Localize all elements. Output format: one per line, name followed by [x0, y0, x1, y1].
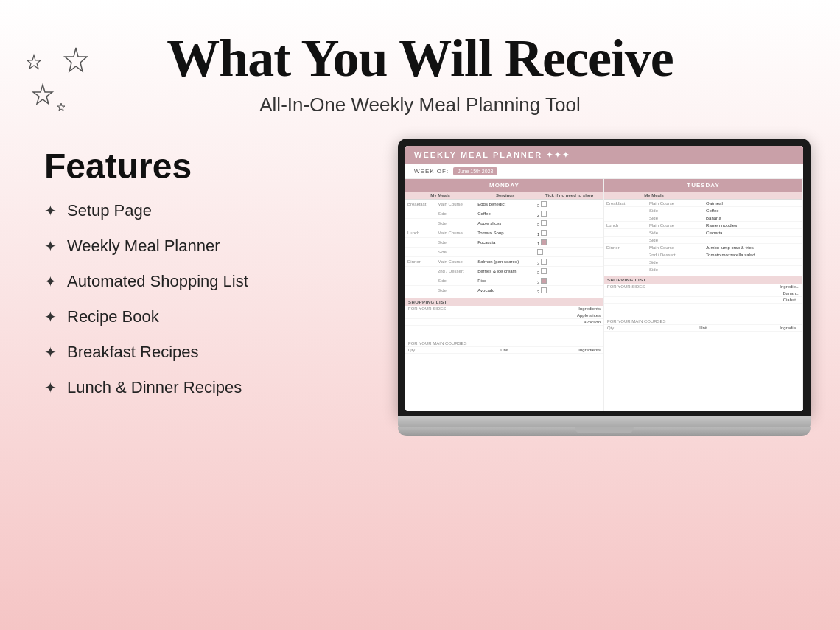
table-row: Side Ciabatta [604, 229, 802, 237]
feature-label-1: Setup Page [67, 201, 152, 220]
table-row: Breakfast Main Course Oatmeal [604, 200, 802, 207]
table-row: Side Coffee [604, 207, 802, 214]
monday-shopping-sides-label: SHOPPING LIST [408, 300, 447, 304]
feature-item-4: ✦ Recipe Book [44, 307, 398, 326]
tuesday-shopping-header: SHOPPING LIST [604, 276, 802, 284]
laptop-base [398, 416, 811, 427]
diamond-icon-5: ✦ [44, 343, 57, 361]
week-date-badge: June 15th 2023 [453, 167, 497, 175]
table-row: Lunch Main Course Ramen noodles [604, 222, 802, 229]
feature-item-1: ✦ Setup Page [44, 201, 398, 220]
monday-shopping-for-mains: FOR YOUR MAIN COURSES [405, 340, 603, 347]
diamond-icon-4: ✦ [44, 308, 57, 326]
tuesday-meals-table: My Meals Breakfast Main Course [604, 192, 802, 273]
monday-shopping-sides-header: SHOPPING LIST [405, 298, 603, 306]
tuesday-column: TUESDAY My Meals [604, 179, 803, 411]
table-row: Side [405, 248, 603, 257]
tuesday-shopping-for-sides: FOR YOUR SIDES Ingredie... [604, 284, 802, 290]
planner-content: WEEKLY MEAL PLANNER ✦✦✦ WEEK OF: June 15… [405, 146, 803, 411]
diamond-icon-3: ✦ [44, 273, 57, 290]
monday-shopping-item-2: Avocado [405, 319, 603, 326]
table-row: 2nd / Dessert Berries & ice cream 3 [405, 267, 603, 276]
feature-label-4: Recipe Book [67, 307, 159, 326]
table-row: Side Avocado 3 [405, 286, 603, 295]
feature-label-6: Lunch & Dinner Recipes [67, 378, 242, 397]
feature-item-3: ✦ Automated Shopping List [44, 272, 398, 291]
diamond-icon-6: ✦ [44, 379, 57, 396]
table-row: Dinner Main Course Salmon (pan seared) 3 [405, 257, 603, 267]
laptop-screen-outer: WEEKLY MEAL PLANNER ✦✦✦ WEEK OF: June 15… [398, 139, 811, 416]
tuesday-shopping-mains-header: Qty Unit Ingredie... [604, 325, 802, 332]
table-row: Side Rice 3 [405, 276, 603, 286]
tuesday-col-meals: My Meals [604, 192, 704, 200]
monday-col-meals: My Meals [405, 192, 475, 200]
feature-label-2: Weekly Meal Planner [67, 237, 220, 256]
subtitle: All-In-One Weekly Meal Planning Tool [44, 94, 796, 116]
table-row: Side Apple slices 3 [405, 219, 603, 228]
table-row: Side Banana [604, 214, 802, 222]
feature-label-3: Automated Shopping List [67, 272, 248, 291]
main-title: What You Will Receive [44, 29, 796, 88]
tuesday-col-name [704, 192, 802, 200]
monday-meals-table: My Meals Servings Tick if no need to sho… [405, 192, 603, 295]
tuesday-shopping-item-2: Ciabat... [604, 297, 802, 304]
feature-item-5: ✦ Breakfast Recipes [44, 343, 398, 362]
monday-shopping-mains-header: Qty Unit Ingredients [405, 347, 603, 354]
table-row: Side [604, 237, 802, 244]
stars-decoration [21, 41, 102, 139]
table-row: Breakfast Main Course Eggs benedict 3 [405, 200, 603, 209]
week-label: WEEK OF: [414, 168, 449, 175]
tuesday-shopping-item-1: Banan... [604, 290, 802, 297]
feature-item-2: ✦ Weekly Meal Planner [44, 237, 398, 256]
planner-header: WEEKLY MEAL PLANNER ✦✦✦ [405, 146, 803, 164]
laptop-container: WEEKLY MEAL PLANNER ✦✦✦ WEEK OF: June 15… [398, 139, 811, 436]
laptop-section: WEEKLY MEAL PLANNER ✦✦✦ WEEK OF: June 15… [398, 139, 811, 436]
table-row: Side [604, 266, 802, 273]
table-row: Side Coffee 2 [405, 209, 603, 219]
monday-column: MONDAY My Meals Servings Tick if no need… [405, 179, 604, 411]
content-area: Features ✦ Setup Page ✦ Weekly Meal Plan… [44, 139, 796, 436]
monday-header: MONDAY [405, 179, 603, 192]
table-row: 2nd / Dessert Tomato mozzarella salad [604, 251, 802, 259]
monday-col-servings: Servings [475, 192, 535, 200]
tuesday-header: TUESDAY [604, 179, 802, 192]
planner-columns: MONDAY My Meals Servings Tick if no need… [405, 179, 803, 411]
planner-title: WEEKLY MEAL PLANNER ✦✦✦ [414, 150, 570, 160]
header-section: What You Will Receive All-In-One Weekly … [44, 22, 796, 116]
monday-col-tick: Tick if no need to shop [535, 192, 603, 200]
laptop-screen-inner: WEEKLY MEAL PLANNER ✦✦✦ WEEK OF: June 15… [405, 146, 803, 411]
table-row: Lunch Main Course Tomato Soup 1 [405, 228, 603, 238]
table-row: Side Focaccia 1 [405, 238, 603, 248]
table-row: Side [604, 259, 802, 266]
feature-item-6: ✦ Lunch & Dinner Recipes [44, 378, 398, 397]
diamond-icon-2: ✦ [44, 237, 57, 255]
week-row: WEEK OF: June 15th 2023 [405, 164, 803, 179]
feature-label-5: Breakfast Recipes [67, 343, 199, 362]
tuesday-shopping-for-mains: FOR YOUR MAIN COURSES [604, 318, 802, 325]
features-title: Features [44, 146, 398, 186]
page-wrapper: What You Will Receive All-In-One Weekly … [0, 0, 840, 630]
monday-shopping-for-sides: FOR YOUR SIDES Ingredients [405, 306, 603, 312]
table-row: Dinner Main Course Jumbo lump crab & fri… [604, 244, 802, 251]
monday-shopping-item-1: Apple slices [405, 312, 603, 319]
diamond-icon-1: ✦ [44, 202, 57, 220]
features-panel: Features ✦ Setup Page ✦ Weekly Meal Plan… [44, 139, 398, 413]
